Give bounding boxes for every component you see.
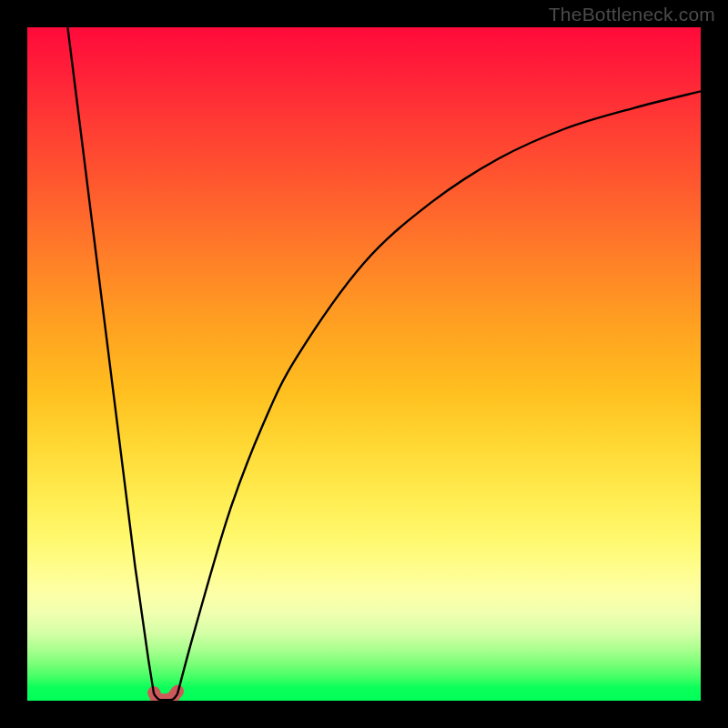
bottleneck-curve	[67, 27, 701, 700]
watermark-text: TheBottleneck.com	[549, 4, 715, 25]
plot-area	[27, 27, 701, 701]
chart-frame: TheBottleneck.com	[0, 0, 728, 728]
curve-layer	[27, 27, 701, 701]
